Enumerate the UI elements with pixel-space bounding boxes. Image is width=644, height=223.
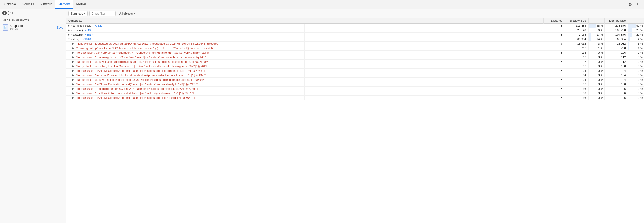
shallow-pct-cell: 0 % xyxy=(588,51,604,55)
row-expander[interactable]: ▶ xyxy=(71,83,75,86)
content-toolbar: Summary ▾ All objects ▾ xyxy=(66,9,644,18)
table-row[interactable]: ▶"Torque assert 'Is<NativeContext>(conte… xyxy=(66,96,644,100)
summary-dropdown[interactable]: Summary ▾ xyxy=(68,11,88,16)
retained-pct-cell: 0 % xyxy=(628,96,644,100)
row-expander[interactable]: ▼ xyxy=(67,38,70,41)
table-row[interactable]: ▶"Torque assert 'Is<NativeContext>(conte… xyxy=(66,69,644,73)
shallow-pct-cell: 6 % xyxy=(588,28,604,33)
row-expander[interactable]: ▶ xyxy=(71,60,75,63)
tab-profiler[interactable]: Profiler xyxy=(73,0,89,9)
tab-network[interactable]: Network xyxy=(37,0,55,9)
retained-pct-cell: 0 % xyxy=(628,78,644,82)
retained-size-cell: 105 768 xyxy=(604,28,628,33)
sidebar: ● ⊘ HEAP SNAPSHOTS 📄 Snapshot 1 468 kB S… xyxy=(0,9,66,223)
class-filter-input[interactable] xyxy=(89,11,116,16)
table-row[interactable]: ▶"TaggedNotEqual(value, TheHoleConstant(… xyxy=(66,64,644,69)
row-expander[interactable]: ▶ xyxy=(71,74,75,77)
distance-cell: 3 xyxy=(543,28,565,33)
tab-console[interactable]: Console xyxy=(1,0,19,9)
row-expander[interactable]: ▶ xyxy=(71,92,75,95)
retained-pct-cell: 23 % xyxy=(628,28,644,33)
retained-pct-cell: 14 % xyxy=(628,37,644,42)
shallow-size-cell: 96 xyxy=(565,87,588,91)
snapshot-size: 468 kB xyxy=(10,28,55,31)
col-shallow-size-header: Shallow Size xyxy=(565,18,588,24)
table-row[interactable]: ▶"Torque assert 'remainingElementsCount … xyxy=(66,87,644,91)
table-row[interactable]: ▶"TaggedNotEqual(key, HashTableHoleConst… xyxy=(66,60,644,64)
table-row[interactable]: ▶"Torque assert 'Is<NativeContext>(conte… xyxy=(66,82,644,87)
snapshot-info: Snapshot 1 468 kB xyxy=(10,24,55,31)
row-expander[interactable]: ▶ xyxy=(67,33,70,36)
table-row[interactable]: ▶"Torque assert 'remainingElementsCount … xyxy=(66,55,644,60)
retained-pct-cell: 0 % xyxy=(628,51,644,55)
table-row[interactable]: ▶"Torque assert 'Convert<uintptr>(endInd… xyxy=(66,51,644,55)
col-shallow-pct-header xyxy=(588,18,604,24)
distance-cell: 3 xyxy=(543,60,565,64)
row-expander[interactable]: ▶ xyxy=(71,51,75,54)
retained-size-cell: 104 xyxy=(604,73,628,78)
retained-pct-cell: 22 % xyxy=(628,33,644,37)
table-row[interactable]: ▶(system)×3817377 16817 %104 87622 % xyxy=(66,33,644,37)
retained-pct-cell: 0 % xyxy=(628,55,644,60)
tab-sources[interactable]: Sources xyxy=(19,0,37,9)
row-expander[interactable]: ▶ xyxy=(71,47,75,50)
shallow-pct-cell: 0 % xyxy=(588,78,604,82)
settings-icon[interactable]: ⚙ xyxy=(627,1,633,8)
shallow-pct-cell: 0 % xyxy=(588,69,604,73)
row-expander[interactable]: ▶ xyxy=(71,42,75,45)
heap-table-container: Constructor Distance Shallow Size Retain… xyxy=(66,18,644,223)
retained-pct-cell: 0 % xyxy=(628,91,644,96)
table-row[interactable]: ▶"TaggedNotEqual(key, TheHoleConstant())… xyxy=(66,78,644,82)
distance-cell: 3 xyxy=(543,51,565,55)
snapshot-file-icon: 📄 xyxy=(3,24,8,31)
objects-label: All objects xyxy=(119,12,133,15)
constructor-name: "Hello world! (Requested at: 2024-08-19T… xyxy=(76,42,218,45)
top-nav: Console Sources Network Memory Profiler … xyxy=(0,0,644,9)
row-expander[interactable]: ▶ xyxy=(67,29,70,32)
shallow-pct-cell: 0 % xyxy=(588,87,604,91)
retained-size-cell: 112 xyxy=(604,55,628,60)
distance-cell: 7 xyxy=(543,42,565,46)
retained-size-cell: 96 xyxy=(604,96,628,100)
objects-dropdown[interactable]: All objects ▾ xyxy=(117,11,137,16)
constructor-name: "Torque assert 'result == kStoreSucceede… xyxy=(76,92,194,95)
table-row[interactable]: ▶(closure)×982328 1286 %105 76823 % xyxy=(66,28,644,33)
more-options-icon[interactable]: ⋮ xyxy=(634,1,641,8)
tab-memory[interactable]: Memory xyxy=(55,0,73,9)
table-row[interactable]: ▶(compiled code)×35203211 48445 %233 576… xyxy=(66,24,644,28)
retained-size-cell: 112 xyxy=(604,60,628,64)
distance-cell: 3 xyxy=(543,78,565,82)
clear-button[interactable]: ⊘ xyxy=(8,11,13,15)
col-retained-size-header: Retained Size xyxy=(604,18,628,24)
row-expander[interactable]: ▶ xyxy=(71,96,75,99)
constructor-name: "TaggedNotEqual(key, TheHoleConstant()) … xyxy=(76,78,207,81)
retained-size-cell: 15 032 xyxy=(604,42,628,46)
objects-arrow-icon: ▾ xyxy=(134,12,135,15)
constructor-name: "Torque assert 'Is<NativeContext>(contex… xyxy=(76,96,195,99)
table-row[interactable]: ▶"// .wrangler/tmp/bundle-FmNIt0/checked… xyxy=(66,46,644,51)
row-expander[interactable]: ▶ xyxy=(71,56,75,59)
shallow-pct-cell: 0 % xyxy=(588,91,604,96)
save-link[interactable]: Save xyxy=(57,26,63,29)
shallow-pct-cell: 0 % xyxy=(588,60,604,64)
row-expander[interactable]: ▶ xyxy=(71,78,75,81)
snapshot-1-item[interactable]: 📄 Snapshot 1 468 kB Save xyxy=(0,23,66,32)
row-expander[interactable]: ▶ xyxy=(71,65,75,68)
row-expander[interactable]: ▶ xyxy=(71,69,75,72)
count-badge: ×3817 xyxy=(85,33,93,36)
row-expander[interactable]: ▶ xyxy=(67,24,70,27)
table-row[interactable]: ▶"Hello world! (Requested at: 2024-08-19… xyxy=(66,42,644,46)
retained-size-cell: 104 876 xyxy=(604,33,628,37)
shallow-size-cell: 112 xyxy=(565,60,588,64)
distance-cell: 3 xyxy=(543,82,565,87)
distance-cell: 3 xyxy=(543,73,565,78)
shallow-size-cell: 196 xyxy=(565,51,588,55)
retained-pct-cell: 0 % xyxy=(628,82,644,87)
row-expander[interactable]: ▶ xyxy=(71,87,75,90)
table-row[interactable]: ▶"Torque assert 'value != PromiseHole' f… xyxy=(66,73,644,78)
table-row[interactable]: ▼(string)×1840366 98414 %66 98414 % xyxy=(66,37,644,42)
table-row[interactable]: ▶"Torque assert 'result == kStoreSucceed… xyxy=(66,91,644,96)
record-button[interactable]: ● xyxy=(2,11,7,15)
heap-snapshots-label: HEAP SNAPSHOTS xyxy=(0,17,66,23)
table-body: ▶(compiled code)×35203211 48445 %233 576… xyxy=(66,24,644,100)
